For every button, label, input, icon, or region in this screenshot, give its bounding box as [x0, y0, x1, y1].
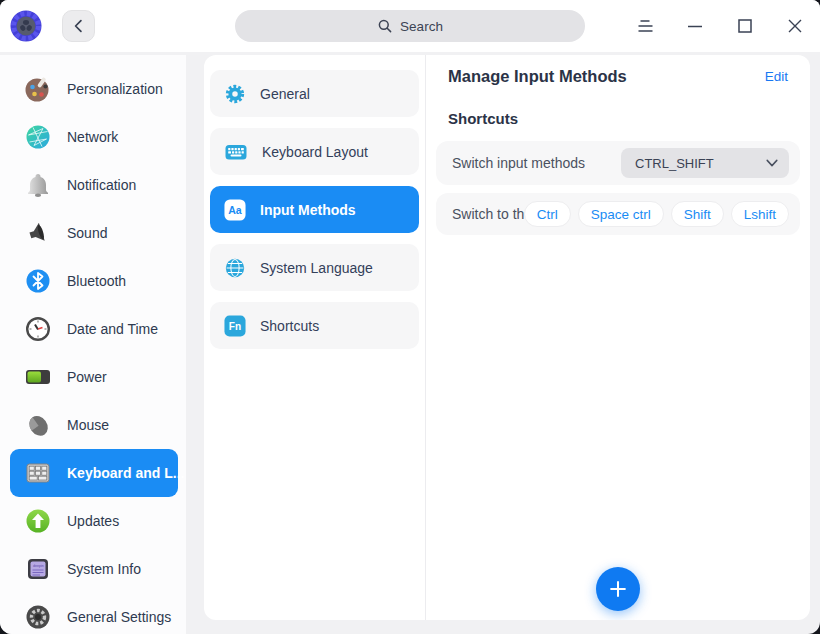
keyboard-icon	[224, 141, 248, 163]
key-tag-shift[interactable]: Shift	[671, 201, 724, 227]
search-placeholder: Search	[400, 19, 443, 34]
section-item-label: Input Methods	[260, 202, 356, 218]
close-button[interactable]	[770, 0, 820, 52]
maximize-button[interactable]	[720, 0, 770, 52]
switch-input-methods-row: Switch input methods CTRL_SHIFT	[436, 141, 800, 185]
search-input[interactable]: Search	[235, 10, 585, 42]
mouse-icon	[22, 409, 54, 441]
page-title: Manage Input Methods	[448, 67, 627, 86]
section-list: General	[204, 55, 426, 620]
key-tag-lshift[interactable]: Lshift	[731, 201, 789, 227]
sidebar-item-label: Power	[67, 369, 107, 385]
titlebar: Search	[0, 0, 820, 52]
sidebar-item-label: Personalization	[67, 81, 163, 97]
section-item-label: General	[260, 86, 310, 102]
aa-glyph: Aa	[228, 204, 242, 216]
switch-keys-row: Switch to the... Ctrl Space ctrl Shift L…	[436, 193, 800, 235]
select-value: CTRL_SHIFT	[635, 156, 765, 171]
sidebar-item-bluetooth[interactable]: Bluetooth	[10, 257, 178, 305]
speaker-icon	[22, 217, 54, 249]
section-item-label: Shortcuts	[260, 318, 319, 334]
keyboard-icon	[22, 457, 54, 489]
content-area: Personalization Network	[0, 52, 820, 634]
update-arrow-icon	[22, 505, 54, 537]
system-info-icon: deepin	[22, 553, 54, 585]
edit-link[interactable]: Edit	[765, 69, 788, 84]
panel-header: Manage Input Methods Edit	[436, 64, 800, 88]
sidebar-item-label: Notification	[67, 177, 136, 193]
bluetooth-icon	[22, 265, 54, 297]
section-item-system-language[interactable]: System Language	[210, 244, 419, 291]
sidebar-item-label: Mouse	[67, 417, 109, 433]
clock-icon	[22, 313, 54, 345]
sidebar-item-keyboard-language[interactable]: Keyboard and L...	[10, 449, 178, 497]
sidebar-item-sound[interactable]: Sound	[10, 209, 178, 257]
palette-icon	[22, 73, 54, 105]
window-controls	[620, 0, 820, 52]
section-item-input-methods[interactable]: Aa Input Methods	[210, 186, 419, 233]
section-item-keyboard-layout[interactable]: Keyboard Layout	[210, 128, 419, 175]
gear-icon	[22, 601, 54, 633]
maximize-icon	[737, 18, 753, 34]
menu-button[interactable]	[620, 0, 670, 52]
back-chevron-icon	[63, 10, 94, 42]
minimize-button[interactable]	[670, 0, 720, 52]
switch-input-methods-label: Switch input methods	[452, 155, 621, 171]
main-panel: General	[204, 55, 810, 620]
section-item-label: Keyboard Layout	[262, 144, 368, 160]
close-icon	[787, 18, 803, 34]
back-button[interactable]	[62, 10, 95, 42]
detail-panel: Manage Input Methods Edit Shortcuts Swit…	[426, 55, 810, 620]
sidebar-item-label: System Info	[67, 561, 141, 577]
search-icon	[377, 18, 393, 34]
shortcuts-heading: Shortcuts	[436, 110, 800, 127]
plus-icon	[607, 578, 629, 600]
sidebar-item-label: Date and Time	[67, 321, 158, 337]
svg-text:deepin: deepin	[33, 564, 44, 568]
key-tag-space-ctrl[interactable]: Space ctrl	[578, 201, 664, 227]
sidebar-item-personalization[interactable]: Personalization	[10, 65, 178, 113]
globe-icon	[224, 257, 246, 279]
sidebar-item-updates[interactable]: Updates	[10, 497, 178, 545]
section-item-shortcuts[interactable]: Fn Shortcuts	[210, 302, 419, 349]
key-tag-ctrl[interactable]: Ctrl	[524, 201, 571, 227]
sidebar-item-label: Updates	[67, 513, 119, 529]
key-tags: Ctrl Space ctrl Shift Lshift	[524, 201, 789, 227]
fn-icon: Fn	[224, 315, 246, 337]
sidebar-item-system-info[interactable]: deepin System Info	[10, 545, 178, 593]
sidebar-item-mouse[interactable]: Mouse	[10, 401, 178, 449]
sidebar-item-general-settings[interactable]: General Settings	[10, 593, 178, 634]
gear-icon	[224, 83, 246, 105]
sidebar-item-network[interactable]: Network	[10, 113, 178, 161]
switch-input-methods-select[interactable]: CTRL_SHIFT	[621, 148, 789, 178]
chevron-down-icon	[765, 156, 779, 170]
minimize-icon	[687, 18, 703, 34]
menu-icon	[637, 19, 654, 33]
bell-icon	[22, 169, 54, 201]
sidebar-item-date-time[interactable]: Date and Time	[10, 305, 178, 353]
section-item-label: System Language	[260, 260, 373, 276]
fn-glyph: Fn	[229, 321, 241, 332]
battery-icon	[22, 361, 54, 393]
globe-network-icon	[22, 121, 54, 153]
sidebar-item-label: General Settings	[67, 609, 171, 625]
sidebar-item-power[interactable]: Power	[10, 353, 178, 401]
section-item-general[interactable]: General	[210, 70, 419, 117]
add-input-method-button[interactable]	[596, 567, 640, 611]
settings-window: Search	[0, 0, 820, 634]
sidebar: Personalization Network	[0, 55, 186, 634]
sidebar-item-label: Keyboard and L...	[67, 465, 184, 481]
sidebar-item-notification[interactable]: Notification	[10, 161, 178, 209]
sidebar-item-label: Network	[67, 129, 118, 145]
app-logo-icon	[9, 9, 43, 43]
switch-keys-label: Switch to the...	[452, 206, 524, 222]
aa-icon: Aa	[224, 199, 246, 221]
sidebar-item-label: Bluetooth	[67, 273, 126, 289]
sidebar-item-label: Sound	[67, 225, 107, 241]
